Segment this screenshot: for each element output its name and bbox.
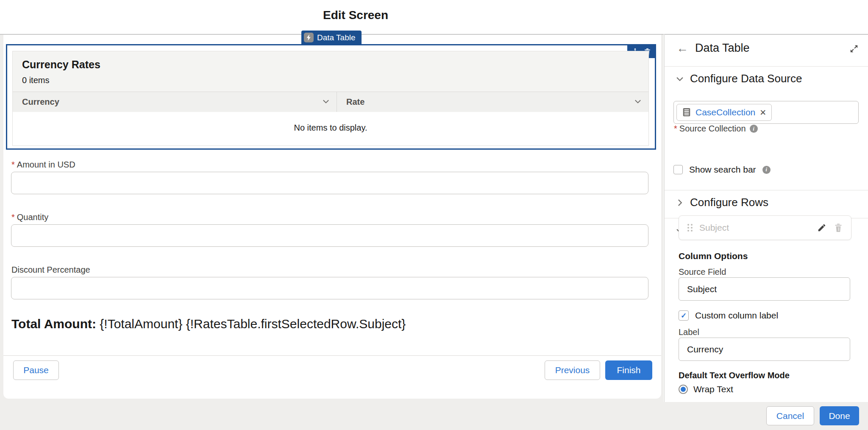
- edit-column-icon[interactable]: [817, 223, 826, 232]
- total-amount-label: Total Amount:: [11, 317, 96, 331]
- previous-button[interactable]: Previous: [545, 360, 600, 380]
- show-search-bar-label: Show search bar: [689, 165, 756, 175]
- delete-column-icon[interactable]: [834, 223, 843, 232]
- source-collection-pill[interactable]: CaseCollection ✕: [676, 104, 772, 121]
- section-configure-rows[interactable]: Configure Rows: [676, 196, 768, 209]
- source-collection-label: *Source Collection i: [674, 124, 758, 134]
- component-type-chip: Data Table: [301, 31, 362, 45]
- chevron-down-icon: [676, 75, 684, 83]
- component-type-label: Data Table: [317, 33, 356, 42]
- quantity-input[interactable]: [11, 224, 648, 247]
- required-asterisk: *: [11, 212, 15, 222]
- pause-button[interactable]: Pause: [13, 360, 59, 380]
- show-search-bar-checkbox[interactable]: [673, 165, 683, 174]
- divider: [665, 190, 868, 190]
- divider: [665, 66, 868, 67]
- datatable-header-row: Currency Rate: [13, 92, 648, 112]
- lightning-component-icon: [304, 33, 314, 42]
- datatable-preview: Currency Rates 0 items Currency Rate No …: [12, 51, 649, 146]
- custom-column-label-text: Custom column label: [695, 310, 778, 321]
- info-icon[interactable]: i: [762, 166, 771, 174]
- discount-input[interactable]: [11, 277, 648, 299]
- remove-pill-icon[interactable]: ✕: [760, 108, 766, 117]
- finish-button[interactable]: Finish: [605, 360, 652, 380]
- properties-panel: ← Data Table Configure Data Source *Sour…: [664, 34, 868, 402]
- wrap-text-option-row: Wrap Text: [679, 384, 733, 394]
- datatable-empty-message: No items to display.: [13, 112, 648, 145]
- datatable-item-count: 0 items: [13, 71, 648, 92]
- expand-panel-icon[interactable]: [849, 44, 859, 55]
- done-button[interactable]: Done: [820, 406, 859, 425]
- datatable-title: Currency Rates: [13, 51, 648, 71]
- section-configure-data-source[interactable]: Configure Data Source: [676, 72, 802, 85]
- label-field-input[interactable]: [679, 338, 850, 361]
- modal-header: Edit Screen: [0, 0, 868, 34]
- wrap-text-radio[interactable]: [679, 385, 688, 394]
- custom-column-label-row: ✓ Custom column label: [679, 310, 778, 321]
- column-card-subject[interactable]: Subject: [679, 215, 851, 240]
- divider: [3, 355, 661, 356]
- column-header-rate: Rate: [337, 92, 648, 112]
- datatable-component-selected[interactable]: Currency Rates 0 items Currency Rate No …: [6, 44, 656, 150]
- custom-column-label-checkbox[interactable]: ✓: [679, 310, 689, 321]
- column-card-label: Subject: [699, 223, 729, 233]
- panel-title: Data Table: [695, 42, 750, 55]
- quantity-field-label: *Quantity: [11, 212, 48, 222]
- edit-screen-modal: Edit Screen Data Table Currency Rates 0 …: [0, 0, 868, 430]
- show-search-bar-row: Show search bar i: [673, 165, 771, 175]
- chevron-down-icon[interactable]: [322, 98, 330, 107]
- overflow-mode-heading: Default Text Overflow Mode: [679, 371, 790, 380]
- discount-field-label: Discount Percentage: [11, 265, 90, 275]
- modal-footer: Cancel Done: [0, 402, 868, 430]
- cancel-button[interactable]: Cancel: [766, 406, 814, 425]
- collection-icon: [682, 108, 691, 117]
- checkmark-icon: ✓: [681, 311, 687, 320]
- chevron-down-icon[interactable]: [634, 98, 642, 107]
- total-amount-value: {!TotalAmount} {!RatesTable.firstSelecte…: [96, 317, 406, 331]
- column-options-heading: Column Options: [679, 251, 748, 261]
- total-amount-text: Total Amount: {!TotalAmount} {!RatesTabl…: [11, 317, 406, 331]
- source-collection-combobox[interactable]: CaseCollection ✕: [673, 101, 859, 124]
- required-asterisk: *: [11, 160, 15, 169]
- column-header-currency: Currency: [13, 92, 337, 112]
- back-arrow-icon[interactable]: ←: [676, 42, 688, 54]
- page-title: Edit Screen: [323, 8, 388, 22]
- info-icon[interactable]: i: [750, 125, 758, 133]
- source-field-label: Source Field: [679, 267, 726, 277]
- wrap-text-label: Wrap Text: [693, 384, 733, 394]
- amount-input[interactable]: [11, 172, 648, 194]
- required-asterisk: *: [674, 124, 677, 133]
- source-collection-value: CaseCollection: [696, 107, 755, 117]
- source-field-input[interactable]: [679, 277, 850, 301]
- label-field-label: Label: [679, 327, 699, 337]
- drag-handle-icon[interactable]: [687, 224, 693, 232]
- chevron-right-icon: [676, 198, 684, 207]
- amount-field-label: *Amount in USD: [11, 160, 75, 170]
